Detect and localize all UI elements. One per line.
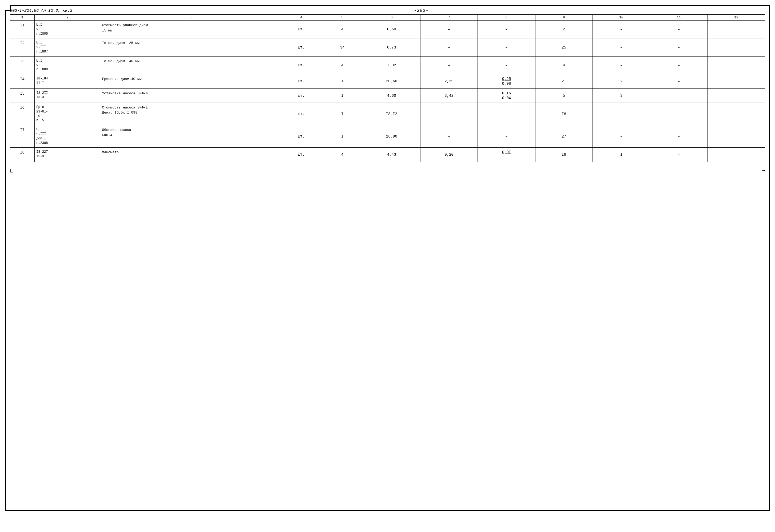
- row-price: 26,90: [363, 125, 420, 148]
- row-col9: I8: [535, 103, 593, 125]
- row-col7: –: [420, 56, 477, 74]
- row-col10: 3: [593, 88, 650, 103]
- row-unit: шт.: [281, 88, 322, 103]
- corner-decoration: [5, 5, 11, 11]
- row-number: I2: [10, 38, 35, 56]
- row-col12: [708, 88, 765, 103]
- table-row: I4I8-I84II-IГрязевик диам.40 ммшт.I20,60…: [10, 74, 765, 88]
- col-header-6: 6: [363, 15, 420, 21]
- row-quantity: I: [322, 74, 363, 88]
- row-description: Манометр: [100, 148, 281, 162]
- row-description: Грязевик диам.40 мм: [100, 74, 281, 88]
- page-number: -283-: [78, 9, 765, 13]
- row-quantity: 4: [322, 21, 363, 38]
- row-price: 0,60: [363, 21, 420, 38]
- col-header-9: 9: [535, 15, 593, 21]
- row-col9: 25: [535, 38, 593, 56]
- row-col10: –: [593, 21, 650, 38]
- row-description: Стоимость насоса БКФ-IЦена: I6,5х I,098: [100, 103, 281, 125]
- row-col10: –: [593, 103, 650, 125]
- row-reference: Пр-нт23-0I--0Iп.I5: [35, 103, 100, 125]
- row-unit: шт.: [281, 103, 322, 125]
- row-col9: 2: [535, 21, 593, 38]
- row-col9: I8: [535, 148, 593, 162]
- row-col7: –: [420, 103, 477, 125]
- row-col11: –: [650, 125, 708, 148]
- row-col10: I: [593, 148, 650, 162]
- page-container: 903-I-224.86 Ал.I2.3, кн.2 -283- 1 2 3 4…: [5, 5, 770, 511]
- row-col8: 0,250,08: [478, 74, 535, 88]
- row-col11: –: [650, 56, 708, 74]
- row-quantity: 4: [322, 148, 363, 162]
- row-number: I7: [10, 125, 35, 148]
- row-number: I5: [10, 88, 35, 103]
- row-quantity: I: [322, 88, 363, 103]
- col-header-5: 5: [322, 15, 363, 21]
- table-row: IIЦ.Iч.IIIп.I805Стоимость фланцев диам.I…: [10, 21, 765, 38]
- row-unit: шт.: [281, 125, 322, 148]
- row-price: I,02: [363, 56, 420, 74]
- row-col12: [708, 21, 765, 38]
- col-header-3: 3: [100, 15, 281, 21]
- row-col7: –: [420, 125, 477, 148]
- row-quantity: 34: [322, 38, 363, 56]
- row-price: 0,73: [363, 38, 420, 56]
- row-number: I8: [10, 148, 35, 162]
- col-header-2: 2: [35, 15, 100, 21]
- row-col12: [708, 56, 765, 74]
- col-header-4: 4: [281, 15, 322, 21]
- row-price: 4,43: [363, 148, 420, 162]
- row-description: Установка насоса БКФ-4: [100, 88, 281, 103]
- col-header-7: 7: [420, 15, 477, 21]
- table-row: I7Ц.Iч.IIIдоп.Iп.2308Обвязка насосаБКФ-4…: [10, 125, 765, 148]
- row-col9: 4: [535, 56, 593, 74]
- row-number: I3: [10, 56, 35, 74]
- row-col7: 2,39: [420, 74, 477, 88]
- row-col9: 27: [535, 125, 593, 148]
- table-row: I2Ц.Iч.IIIп.I807То же, диам. 25 ммшт.340…: [10, 38, 765, 56]
- main-table: 1 2 3 4 5 6 7 8 9 10 11 12 IIЦ.Iч.IIIп.I…: [10, 14, 765, 162]
- row-col10: 2: [593, 74, 650, 88]
- row-reference: Ц.Iч.IIIдоп.Iп.2308: [35, 125, 100, 148]
- row-description: Стоимость фланцев диам.I5 мм: [100, 21, 281, 38]
- row-col7: 0,20: [420, 148, 477, 162]
- col-header-10: 10: [593, 15, 650, 21]
- row-col11: –: [650, 88, 708, 103]
- row-quantity: I: [322, 125, 363, 148]
- row-col12: [708, 148, 765, 162]
- row-col12: [708, 74, 765, 88]
- row-reference: I8-I84II-I: [35, 74, 100, 88]
- table-row: I6Пр-нт23-0I--0Iп.I5Стоимость насоса БКФ…: [10, 103, 765, 125]
- row-col9: 2I: [535, 74, 593, 88]
- row-col12: [708, 125, 765, 148]
- row-reference: I8-227I5-3: [35, 148, 100, 162]
- doc-reference: 903-I-224.86 Ал.I2.3, кн.2: [10, 9, 72, 13]
- row-price: 20,60: [363, 74, 420, 88]
- row-col10: –: [593, 38, 650, 56]
- table-body: IIЦ.Iч.IIIп.I805Стоимость фланцев диам.I…: [10, 21, 765, 162]
- row-reference: Ц.Iч.IIIп.I807: [35, 38, 100, 56]
- row-description: Обвязка насосаБКФ-4: [100, 125, 281, 148]
- table-header-row: 1 2 3 4 5 6 7 8 9 10 11 12: [10, 15, 765, 21]
- row-unit: шт.: [281, 74, 322, 88]
- row-col8: –: [478, 21, 535, 38]
- header-row: 903-I-224.86 Ал.I2.3, кн.2 -283-: [10, 9, 765, 13]
- row-unit: шт.: [281, 56, 322, 74]
- row-col8: –: [478, 103, 535, 125]
- row-col8: –: [478, 38, 535, 56]
- row-col7: 3,42: [420, 88, 477, 103]
- row-col8: –: [478, 125, 535, 148]
- row-number: II: [10, 21, 35, 38]
- row-unit: шт.: [281, 21, 322, 38]
- col-header-8: 8: [478, 15, 535, 21]
- table-row: I5I8-2III3-3Установка насоса БКФ-4шт.I4,…: [10, 88, 765, 103]
- row-col11: –: [650, 148, 708, 162]
- row-description: То же, диам. 25 мм: [100, 38, 281, 56]
- row-col8: 0,0I–: [478, 148, 535, 162]
- row-col7: –: [420, 21, 477, 38]
- row-col10: –: [593, 125, 650, 148]
- table-row: I3Ц.Iч.IIIп.I809То же, диам. 40 ммшт.4I,…: [10, 56, 765, 74]
- row-col7: –: [420, 38, 477, 56]
- bottom-left-corner: L: [10, 167, 13, 174]
- row-col12: [708, 103, 765, 125]
